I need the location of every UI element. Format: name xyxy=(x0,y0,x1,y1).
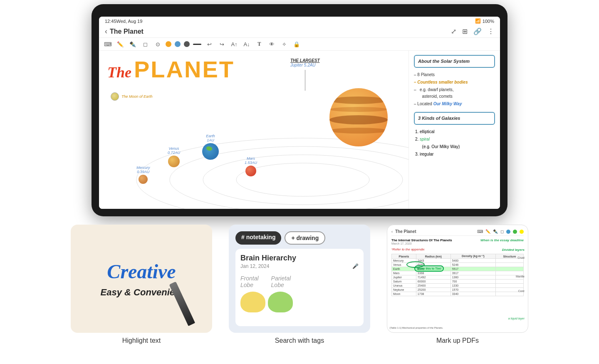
search-content: # notetaking + drawing Brain Hierarchy J… xyxy=(229,225,370,333)
text-up-icon[interactable]: A↑ xyxy=(230,40,239,49)
divided-layers: Divided layers xyxy=(502,248,525,252)
share-bubble: Share this to Tim! xyxy=(414,265,444,272)
color-blue-mini[interactable] xyxy=(506,230,510,234)
markup-image: ‹ The Planet ⌨ ✏️ ✒️ ◻ The Internal Stru… xyxy=(387,225,528,333)
tag-notetaking[interactable]: # notetaking xyxy=(235,231,281,245)
line-tool[interactable] xyxy=(193,44,201,45)
mars-dist: 1.53AU xyxy=(245,161,257,165)
planets-table: PlanetsRadius (km)Density (kg·m⁻³)Struct… xyxy=(391,254,524,296)
venus-planet xyxy=(168,156,180,167)
search-image: # notetaking + drawing Brain Hierarchy J… xyxy=(229,225,370,333)
markup-label: Mark up PDFs xyxy=(436,337,479,344)
table-caption: [Table 1-1] Mechanical properties of the… xyxy=(390,327,443,329)
keyboard-icon[interactable]: ⌨ xyxy=(103,40,112,49)
solar-system-box: About the Solar System xyxy=(414,55,495,68)
planet-title-area: The PLANET xyxy=(107,56,235,83)
jupiter-planet xyxy=(329,88,388,146)
tool3[interactable]: ✒️ xyxy=(493,229,498,234)
text-down-icon[interactable]: A↓ xyxy=(242,40,251,49)
shapes-icon[interactable]: ⟡ xyxy=(280,40,289,49)
status-bar: 12:45 Wed, Aug 19 📶 100% xyxy=(99,17,500,25)
pdf-header: The Internal Structures Of The Planets M… xyxy=(391,238,524,245)
note-card-title: Brain Hierarchy xyxy=(240,254,359,262)
title-planet: PLANET xyxy=(134,56,235,83)
core-label: Core xyxy=(518,290,525,292)
tool2[interactable]: ✏️ xyxy=(485,229,490,234)
color-orange[interactable] xyxy=(166,41,171,47)
svg-point-2 xyxy=(203,155,403,205)
list-item-3: e.g. dwarf planets, asteroid, comets xyxy=(414,86,495,100)
note-card-labels: FrontalLobe ParietalLobe xyxy=(240,275,359,288)
tool4[interactable]: ◻ xyxy=(500,229,504,234)
lasso-icon[interactable]: ⊙ xyxy=(153,40,162,49)
more-icon[interactable]: ⋮ xyxy=(488,27,494,35)
color-green-mini[interactable] xyxy=(513,230,517,234)
liquid-layer: a liquid layer xyxy=(508,317,525,320)
tag-drawing[interactable]: + drawing xyxy=(285,231,325,245)
list-item-1: 8 Planets xyxy=(414,71,495,79)
jupiter-dist-label: Jupiter 5.2AU xyxy=(290,63,320,67)
moon-label: The Moon of Earth xyxy=(121,94,153,99)
color-gray[interactable] xyxy=(184,41,190,47)
markup-toolbar: ‹ The Planet ⌨ ✏️ ✒️ ◻ xyxy=(391,229,524,236)
tablet-device: 12:45 Wed, Aug 19 📶 100% ‹ The Planet ⤢ … xyxy=(92,4,507,216)
notes-canvas[interactable]: The PLANET THE LARGEST Jupiter 5.2AU The… xyxy=(99,51,408,209)
undo-icon[interactable]: ↩ xyxy=(205,40,214,49)
mars-planet xyxy=(245,166,256,176)
attach-icon[interactable]: 🔗 xyxy=(473,27,482,35)
search-label: Search with tags xyxy=(275,337,324,344)
jupiter-area xyxy=(329,88,388,146)
reading-icon[interactable]: 👁 xyxy=(267,40,276,49)
bottom-section: Creative Easy & Convenie... Highlight te… xyxy=(0,225,599,344)
lock-icon[interactable]: 🔒 xyxy=(292,40,301,49)
note-card: Brain Hierarchy Jan 12, 2024 🎤 FrontalLo… xyxy=(235,249,364,326)
pdf-date: March 17, 2020 xyxy=(391,242,452,245)
status-time: 12:45 xyxy=(105,19,116,24)
crust-label: Crust xyxy=(517,256,525,259)
pdf-nav-title: The Planet xyxy=(395,229,416,234)
moon-area: The Moon of Earth xyxy=(111,92,153,101)
pointer-line xyxy=(305,70,305,91)
mars-label: Mars xyxy=(245,156,257,161)
creative-text: Creative xyxy=(107,260,176,283)
text-icon[interactable]: 𝐓 xyxy=(255,40,264,49)
redo-icon[interactable]: ↪ xyxy=(217,40,226,49)
galaxy-3: iregular xyxy=(420,151,495,158)
pdf-title: The Internal Structures Of The Planets M… xyxy=(391,238,452,245)
mic-icon[interactable]: 🎤 xyxy=(352,263,359,269)
eraser-icon[interactable]: ◻ xyxy=(141,40,150,49)
highlight-image: Creative Easy & Convenie... xyxy=(71,225,212,333)
back-mini: ‹ xyxy=(391,230,393,234)
brain-right xyxy=(268,292,293,312)
galaxies-box: 3 Kinds of Galaxies xyxy=(414,112,495,125)
venus-area: Venus 0.72AU xyxy=(168,146,180,167)
status-battery: 100% xyxy=(483,19,494,24)
status-signal: 📶 xyxy=(475,18,481,24)
mars-area: Mars 1.53AU xyxy=(245,156,257,176)
note-card-date: Jan 12, 2024 🎤 xyxy=(240,263,359,269)
tablet-screen: 12:45 Wed, Aug 19 📶 100% ‹ The Planet ⤢ … xyxy=(99,17,500,209)
feature-highlight: Creative Easy & Convenie... Highlight te… xyxy=(71,225,212,344)
feature-search: # notetaking + drawing Brain Hierarchy J… xyxy=(229,225,370,344)
nav-bar: ‹ The Planet ⤢ ⊞ 🔗 ⋮ xyxy=(99,25,500,38)
tool1[interactable]: ⌨ xyxy=(477,229,483,234)
venus-label: Venus xyxy=(168,146,180,151)
right-panel: About the Solar System 8 Planets Countle… xyxy=(408,51,500,209)
feature-markup: ‹ The Planet ⌨ ✏️ ✒️ ◻ The Internal Stru… xyxy=(387,225,528,344)
mercury-area: Mercury 0.39AU xyxy=(136,166,150,184)
back-button[interactable]: ‹ xyxy=(105,27,107,36)
expand-icon[interactable]: ⤢ xyxy=(451,27,456,35)
color-yellow-mini[interactable] xyxy=(520,230,524,234)
mantle-label: Mantle xyxy=(516,275,525,278)
moon-planet xyxy=(111,92,119,101)
list-item-4: Located Our Milky Way xyxy=(414,100,495,108)
pencil-icon[interactable]: ✒️ xyxy=(128,40,137,49)
earth-dist: 1AU xyxy=(202,138,219,142)
toolbar: ⌨ ✏️ ✒️ ◻ ⊙ ↩ ↪ A↑ A↓ 𝐓 👁 ⟡ 🔒 xyxy=(99,38,500,51)
pen-icon[interactable]: ✏️ xyxy=(116,40,125,49)
tag-row: # notetaking + drawing xyxy=(235,231,364,245)
mercury-dist: 0.39AU xyxy=(136,170,150,174)
color-blue[interactable] xyxy=(175,41,181,47)
brain-left xyxy=(240,292,265,312)
columns-icon[interactable]: ⊞ xyxy=(462,27,468,35)
